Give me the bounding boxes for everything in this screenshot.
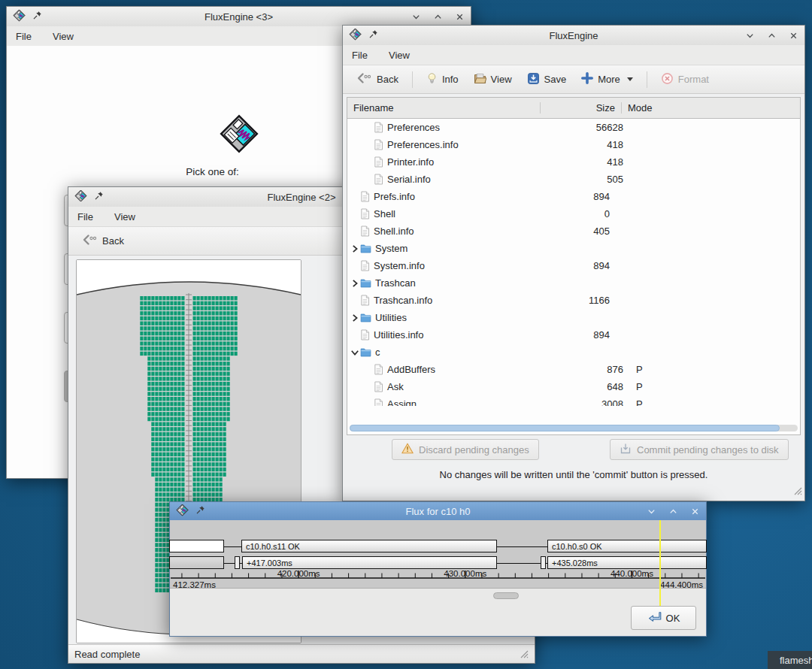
column-header-filename[interactable]: Filename <box>347 102 541 114</box>
resize-grip-icon[interactable] <box>792 485 802 498</box>
fluxengine-logo-icon <box>13 9 26 24</box>
enter-arrow-icon <box>647 611 662 625</box>
back-button[interactable]: Back <box>349 69 405 89</box>
folder-icon <box>360 313 371 323</box>
table-row[interactable]: System.info894 <box>347 257 800 274</box>
menu-view[interactable]: View <box>114 211 135 222</box>
timing-box-partial[interactable] <box>169 556 224 569</box>
maximize-button[interactable] <box>433 12 443 22</box>
filename-label: Prefs.info <box>374 191 415 202</box>
filename-label: Utilities.info <box>374 329 423 341</box>
ok-button[interactable]: OK <box>631 606 696 630</box>
toolbar: Back Info View Save More Format <box>343 65 804 94</box>
window-flux-viewer: Flux for c10 h0 c10.h0.s11 OK c10.h0.s0 … <box>169 501 707 637</box>
minimize-button[interactable] <box>647 507 656 516</box>
commit-button[interactable]: Commit pending changes to disk <box>610 439 789 460</box>
ok-label: OK <box>666 613 680 624</box>
commit-label: Commit pending changes to disk <box>637 444 779 456</box>
maximize-button[interactable] <box>668 507 678 516</box>
view-button[interactable]: View <box>467 69 519 89</box>
table-row[interactable]: Shell0 <box>347 205 800 222</box>
format-button[interactable]: Format <box>654 69 716 90</box>
file-icon <box>360 191 370 202</box>
pin-icon[interactable] <box>195 505 205 517</box>
chevron-right-icon[interactable] <box>349 313 360 322</box>
table-row[interactable]: Prefs.info894 <box>347 188 800 205</box>
fluxengine-logo-icon <box>349 28 362 43</box>
pin-icon[interactable] <box>368 29 378 41</box>
save-icon <box>527 72 540 87</box>
sector-box-partial[interactable] <box>169 540 224 552</box>
column-header-mode[interactable]: Mode <box>622 102 800 114</box>
menu-file[interactable]: File <box>16 31 32 42</box>
file-icon <box>360 329 370 341</box>
chevron-right-icon[interactable] <box>349 279 360 288</box>
table-row[interactable]: System <box>347 240 800 257</box>
minimize-button[interactable] <box>745 31 755 41</box>
chevron-right-icon[interactable] <box>349 244 360 253</box>
menu-view[interactable]: View <box>389 50 410 61</box>
back-button[interactable]: Back <box>74 231 131 251</box>
scrollbar-thumb[interactable] <box>350 425 780 431</box>
menu-view[interactable]: View <box>53 31 74 42</box>
filename-label: Shell <box>374 208 395 219</box>
discard-button[interactable]: Discard pending changes <box>392 439 539 460</box>
table-row[interactable]: Preferences56628 <box>347 119 800 136</box>
file-icon <box>374 174 383 185</box>
table-row[interactable]: Assign3008P <box>347 395 800 406</box>
chevron-down-icon[interactable] <box>349 348 360 357</box>
horizontal-scrollbar[interactable] <box>350 425 798 431</box>
filename-label: Assign <box>387 398 417 406</box>
pin-icon[interactable] <box>94 191 104 203</box>
file-table: Filename Size Mode Preferences56628Prefe… <box>347 97 801 435</box>
mode-value: P <box>631 364 800 375</box>
titlebar[interactable]: FluxEngine <box>343 26 804 45</box>
file-icon <box>374 381 383 392</box>
table-row[interactable]: Serial.info505 <box>347 171 800 188</box>
size-value: 1166 <box>535 295 617 306</box>
table-row[interactable]: c <box>347 344 800 361</box>
window-title: Flux for c10 h0 <box>170 506 706 517</box>
maximize-button[interactable] <box>767 31 777 41</box>
close-button[interactable] <box>690 507 700 516</box>
table-row[interactable]: Trashcan.info1166 <box>347 292 800 309</box>
save-label: Save <box>544 74 567 85</box>
commit-disk-icon <box>620 443 632 457</box>
minimize-button[interactable] <box>411 12 421 22</box>
table-body: Preferences56628Preferences.info418Print… <box>347 119 800 406</box>
file-icon <box>374 156 383 168</box>
timing-bracket <box>541 556 546 569</box>
info-button[interactable]: Info <box>420 69 465 90</box>
titlebar[interactable]: FluxEngine <3> <box>7 7 471 26</box>
menu-file[interactable]: File <box>77 211 93 222</box>
status-bar: Read complete <box>68 644 535 663</box>
table-row[interactable]: Preferences.info418 <box>347 136 800 153</box>
timing-box[interactable]: +417.003ms <box>242 556 497 569</box>
back-label: Back <box>102 235 124 247</box>
sector-box[interactable]: c10.h0.s0 OK <box>547 540 707 552</box>
more-label: More <box>598 74 620 85</box>
toolbar-separator <box>647 71 647 88</box>
column-header-size[interactable]: Size <box>541 102 622 114</box>
titlebar[interactable]: Flux for c10 h0 <box>170 502 706 520</box>
file-icon <box>374 364 383 375</box>
save-button[interactable]: Save <box>520 69 574 90</box>
close-button[interactable] <box>455 12 465 22</box>
splitter-handle[interactable] <box>493 592 519 599</box>
plus-icon <box>581 72 593 86</box>
table-row[interactable]: AddBuffers876P <box>347 361 800 378</box>
table-row[interactable]: Shell.info405 <box>347 222 800 240</box>
sector-box[interactable]: c10.h0.s11 OK <box>241 540 497 552</box>
timing-box[interactable]: +435.028ms <box>547 556 707 569</box>
table-row[interactable]: Printer.info418 <box>347 153 800 171</box>
table-row[interactable]: Utilities <box>347 309 800 326</box>
close-button[interactable] <box>789 31 798 41</box>
resize-grip-icon[interactable] <box>518 648 529 661</box>
menu-file[interactable]: File <box>352 50 368 61</box>
table-row[interactable]: Trashcan <box>347 274 800 292</box>
size-value: 894 <box>535 260 617 271</box>
table-row[interactable]: Ask648P <box>347 378 800 395</box>
table-row[interactable]: Utilities.info894 <box>347 326 800 344</box>
pin-icon[interactable] <box>32 11 42 23</box>
more-button[interactable]: More <box>574 69 640 89</box>
